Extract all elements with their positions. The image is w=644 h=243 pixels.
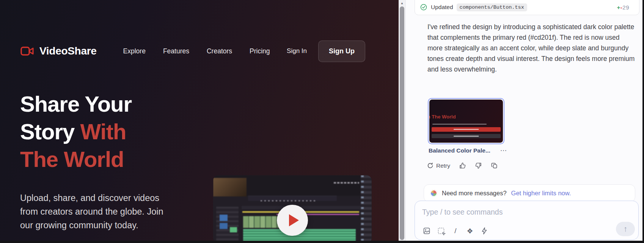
hero-video-preview <box>213 175 372 243</box>
usage-pie-icon <box>430 190 437 197</box>
hero-line2-white: Story <box>20 119 74 144</box>
message-actions: Retry <box>427 162 498 169</box>
file-chip: components/Button.tsx <box>457 3 527 11</box>
components-icon[interactable]: ❖ <box>466 227 474 235</box>
check-circle-icon <box>420 4 427 11</box>
sign-up-button[interactable]: Sign Up <box>318 40 365 62</box>
composer: / ❖ ↑ <box>415 201 639 240</box>
assistant-message: I've refined the design by introducing a… <box>427 22 635 75</box>
site-header: VideoShare Explore Features Creators Pri… <box>20 39 365 64</box>
retry-icon <box>427 162 434 169</box>
hero-line3: The World <box>20 147 124 171</box>
brand-name: VideoShare <box>39 45 97 57</box>
play-button[interactable] <box>277 205 308 236</box>
diff-plus: + <box>617 4 620 11</box>
more-options-icon[interactable]: ⋯ <box>500 146 507 154</box>
video-camera-icon <box>20 46 34 56</box>
lightning-icon[interactable] <box>481 227 488 235</box>
slash-command-icon[interactable]: / <box>452 227 459 235</box>
scrollbar-up-arrow[interactable]: ▲ <box>399 0 405 6</box>
hero-subtitle: Upload, share, and discover videos from … <box>20 191 175 232</box>
mini-secondary-button-bar <box>432 134 501 138</box>
notice-text: Need more messages? <box>442 190 507 197</box>
mini-primary-button-bar <box>432 127 501 132</box>
get-higher-limits-link[interactable]: Get higher limits now. <box>511 190 571 197</box>
retry-button[interactable]: Retry <box>427 162 450 169</box>
thumbnail-caption[interactable]: Balanced Color Pale... <box>429 147 490 154</box>
screen: VideoShare Explore Features Creators Pri… <box>0 0 644 243</box>
window-right-edge <box>642 0 644 243</box>
nav-explore[interactable]: Explore <box>123 47 146 55</box>
mini-hero-heading: h The World <box>429 114 456 120</box>
mini-tagline-bar <box>432 124 487 125</box>
nav-creators[interactable]: Creators <box>207 47 232 55</box>
diff-count: 29 <box>622 4 629 11</box>
thumbs-up-icon[interactable] <box>459 162 466 169</box>
message-input[interactable] <box>422 206 612 218</box>
thumbnail-caption-row: Balanced Color Pale... ⋯ <box>429 146 507 154</box>
site-preview: VideoShare Explore Features Creators Pri… <box>0 0 399 243</box>
site-auth: Sign In Sign Up <box>287 40 365 62</box>
tool-status-label: Updated <box>431 4 453 11</box>
tool-update-card[interactable]: Updated components/Button.tsx +-29 <box>415 0 639 15</box>
send-button[interactable]: ↑ <box>616 222 635 236</box>
thumbs-down-icon[interactable] <box>475 162 482 169</box>
design-thumbnail-card[interactable]: h The World <box>428 98 504 144</box>
select-element-icon[interactable] <box>437 227 445 235</box>
composer-toolbar: / ❖ <box>423 227 488 235</box>
attach-image-icon[interactable] <box>423 227 430 235</box>
retry-label: Retry <box>436 162 450 169</box>
sign-in-link[interactable]: Sign In <box>287 47 307 55</box>
copy-icon[interactable] <box>491 162 498 169</box>
design-thumbnail-preview: h The World <box>429 100 503 143</box>
limits-notice-banner: Need more messages? Get higher limits no… <box>424 184 635 202</box>
hero-title: Share Your Story With The World <box>20 90 132 173</box>
vertical-scrollbar[interactable]: ▲ <box>399 0 405 243</box>
scrollbar-thumb[interactable] <box>400 6 404 240</box>
hero-line1: Share Your <box>20 92 132 116</box>
send-arrow-icon: ↑ <box>624 224 628 234</box>
play-icon <box>289 214 299 226</box>
chat-panel: Updated components/Button.tsx +-29 I've … <box>405 0 642 241</box>
window-bottom-edge <box>0 241 644 243</box>
nav-features[interactable]: Features <box>163 47 189 55</box>
diff-stat: +-29 <box>617 4 629 11</box>
nav-pricing[interactable]: Pricing <box>250 47 270 55</box>
site-nav: Explore Features Creators Pricing <box>123 47 270 55</box>
hero-line2-red: With <box>80 119 126 144</box>
site-logo[interactable]: VideoShare <box>20 45 97 57</box>
